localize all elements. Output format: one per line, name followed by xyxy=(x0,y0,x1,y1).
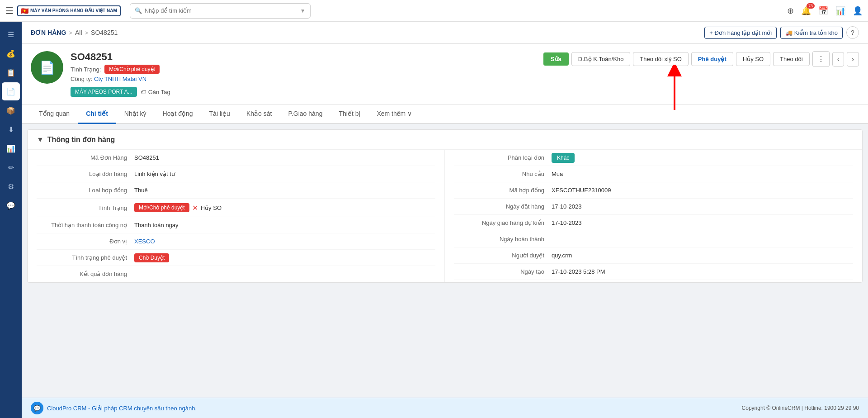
nav-icons: ⊕ 🔔 73 📅 📊 👤 xyxy=(787,6,863,16)
don-vi-link[interactable]: XESCO xyxy=(134,238,155,245)
huy-so-label: Hủy SO xyxy=(201,204,222,211)
btn-next[interactable]: › xyxy=(847,52,859,66)
value-loai-hop-dong: Thuê xyxy=(134,187,435,194)
status-label: Tình Trạng: xyxy=(71,66,101,73)
value-ngay-giao-hang: 17-10-2023 xyxy=(552,219,853,226)
section-header: ▼ Thông tin đơn hàng xyxy=(28,130,862,150)
form-grid: Mã Đơn Hàng SO48251 Loại đơn hàng Linh k… xyxy=(28,150,862,282)
section-thong-tin-don-hang: ▼ Thông tin đơn hàng Mã Đơn Hàng SO48251… xyxy=(27,129,863,283)
btn-more[interactable]: ⋮ xyxy=(812,51,830,67)
breadcrumb-bar: ĐƠN HÀNG > All > SO48251 + Đơn hàng lập … xyxy=(22,22,868,44)
action-area: Sửa Đ.Bộ K.Toán/Kho Theo dõi xlý SO Phê … xyxy=(543,51,859,67)
search-input[interactable] xyxy=(145,7,297,14)
record-left: 📄 SO48251 Tình Trạng: Mới/Chờ phê duyệt … xyxy=(31,51,170,97)
btn-prev[interactable]: ‹ xyxy=(832,52,844,66)
sidebar-item-menu[interactable]: ☰ xyxy=(2,25,20,43)
record-info: SO48251 Tình Trạng: Mới/Chờ phê duyệt Cô… xyxy=(71,51,170,97)
label-thoi-han-tt: Thời hạn thanh toán công nợ xyxy=(37,222,127,228)
form-row-nhu-cau: Nhu cầu Mua xyxy=(454,166,853,182)
form-row-ket-qua: Kết quả đơn hàng xyxy=(37,266,435,282)
btn-help[interactable]: ? xyxy=(846,26,859,39)
btn-theo-doi[interactable]: Theo dõi xyxy=(773,52,810,66)
sidebar-item-chart[interactable]: 📊 xyxy=(2,139,20,157)
form-col-left: Mã Đơn Hàng SO48251 Loại đơn hàng Linh k… xyxy=(28,150,445,282)
user-icon[interactable]: 👤 xyxy=(853,6,863,16)
btn-lap-dat-moi[interactable]: + Đơn hàng lập đặt mới xyxy=(704,27,777,39)
btn-huy-so[interactable]: Hủy SO xyxy=(736,52,770,66)
avatar: 📄 xyxy=(31,51,63,84)
breadcrumb-all[interactable]: All xyxy=(75,29,82,36)
tab-xem-them[interactable]: Xem thêm ∨ xyxy=(368,104,420,124)
record-company: Công ty: Cty TNHH Matai VN xyxy=(71,76,170,82)
form-row-don-vi: Đơn vị XESCO xyxy=(37,233,435,250)
avatar-icon: 📄 xyxy=(39,60,55,75)
sidebar-item-box[interactable]: 📦 xyxy=(2,101,20,119)
label-ket-qua: Kết quả đơn hàng xyxy=(37,271,127,277)
add-icon[interactable]: ⊕ xyxy=(787,6,794,16)
value-ma-hop-dong: XESCOTHUE2310009 xyxy=(552,187,853,194)
record-tag-row: MÁY APEOS PORT A... 🏷 Gán Tag xyxy=(71,87,170,97)
tab-p-giao-hang[interactable]: P.Giao hàng xyxy=(280,104,330,124)
search-bar[interactable]: 🔍 ▼ xyxy=(130,3,311,19)
form-row-ma-don-hang: Mã Đơn Hàng SO48251 xyxy=(37,150,435,166)
cancel-icon[interactable]: ✕ xyxy=(192,204,198,212)
tab-hoat-dong[interactable]: Hoạt động xyxy=(155,104,201,124)
sidebar-item-settings[interactable]: ⚙ xyxy=(2,177,20,195)
sidebar-item-list[interactable]: 📋 xyxy=(2,63,20,81)
hamburger-icon[interactable]: ☰ xyxy=(5,5,14,16)
sidebar-item-chat[interactable]: 💬 xyxy=(2,196,20,214)
company-label: Công ty: xyxy=(71,76,92,82)
tab-thiet-bi[interactable]: Thiết bị xyxy=(330,104,368,124)
tab-khao-sat[interactable]: Khảo sát xyxy=(238,104,280,124)
label-ngay-tao: Ngày tạo xyxy=(454,268,544,275)
sidebar-item-edit[interactable]: ✏ xyxy=(2,158,20,176)
tab-tong-quan[interactable]: Tổng quan xyxy=(31,104,78,124)
gan-tag-button[interactable]: 🏷 Gán Tag xyxy=(141,89,170,95)
form-row-thoi-han-tt: Thời hạn thanh toán công nợ Thanh toán n… xyxy=(37,217,435,233)
tab-chi-tiet[interactable]: Chi tiết xyxy=(78,104,116,124)
top-navbar: ☰ 🇻🇳 MÁY VĂN PHÒNG HÀNG ĐẦU VIỆT NAM 🔍 ▼… xyxy=(0,0,868,22)
sidebar-item-download[interactable]: ⬇ xyxy=(2,120,20,138)
form-row-ma-hop-dong: Mã hợp đồng XESCOTHUE2310009 xyxy=(454,182,853,199)
label-loai-don-hang: Loại đơn hàng xyxy=(37,171,127,177)
collapse-icon[interactable]: ▼ xyxy=(37,136,44,144)
form-row-ngay-giao-hang: Ngày giao hàng dự kiến 17-10-2023 xyxy=(454,215,853,231)
tab-nhat-ky[interactable]: Nhật ký xyxy=(116,104,155,124)
tab-tai-lieu[interactable]: Tài liệu xyxy=(201,104,238,124)
form-row-tinh-trang: Tình Trạng Mới/Chờ phê duyệt ✕ Hủy SO xyxy=(37,199,435,217)
breadcrumb-root: ĐƠN HÀNG xyxy=(31,29,66,36)
btn-sua[interactable]: Sửa xyxy=(543,52,569,66)
form-row-ngay-hoan-thanh: Ngày hoàn thành xyxy=(454,231,853,247)
btn-d-bo-k-toan[interactable]: Đ.Bộ K.Toán/Kho xyxy=(571,52,631,66)
btn-phe-duyet[interactable]: Phê duyệt xyxy=(691,52,733,66)
notification-badge: 73 xyxy=(807,3,815,9)
tabs-bar: Tổng quan Chi tiết Nhật ký Hoạt động Tài… xyxy=(22,104,868,124)
search-icon: 🔍 xyxy=(135,7,142,14)
sidebar-item-money[interactable]: 💰 xyxy=(2,44,20,62)
btn-theo-doi-xy-so[interactable]: Theo dõi xlý SO xyxy=(633,52,689,66)
value-ngay-tao: 17-10-2023 5:28 PM xyxy=(552,268,853,275)
cho-duyet-badge: Chờ Duyệt xyxy=(134,253,169,262)
value-loai-don-hang: Linh kiện vật tư xyxy=(134,171,435,177)
breadcrumb-sep2: > xyxy=(85,29,89,36)
chart-icon[interactable]: 📊 xyxy=(835,6,845,16)
calendar-icon[interactable]: 📅 xyxy=(818,6,828,16)
label-ma-hop-dong: Mã hợp đồng xyxy=(454,187,544,194)
notification-icon[interactable]: 🔔 73 xyxy=(801,6,811,16)
main-content: ĐƠN HÀNG > All > SO48251 + Đơn hàng lập … xyxy=(22,22,868,315)
btn-kiem-tra-ton-kho[interactable]: 🚚 Kiểm tra tồn kho xyxy=(780,27,843,39)
value-tinh-trang: Mới/Chờ phê duyệt ✕ Hủy SO xyxy=(134,203,435,212)
company-link[interactable]: Cty TNHH Matai VN xyxy=(94,76,146,82)
status-badge: Mới/Chờ phê duyệt xyxy=(104,65,160,74)
value-tinh-trang-phe-duyet: Chờ Duyệt xyxy=(134,254,435,261)
label-loai-hop-dong: Loại hợp đồng xyxy=(37,187,127,194)
form-row-phan-loai-don: Phân loại đơn Khác xyxy=(454,150,853,166)
label-ngay-dat-hang: Ngày đặt hàng xyxy=(454,203,544,210)
tag-button[interactable]: MÁY APEOS PORT A... xyxy=(71,87,137,97)
form-row-ngay-tao: Ngày tạo 17-10-2023 5:28 PM xyxy=(454,264,853,280)
label-nhu-cau: Nhu cầu xyxy=(454,171,544,177)
breadcrumb-sep1: > xyxy=(69,29,72,36)
logo-text: MÁY VĂN PHÒNG HÀNG ĐẦU VIỆT NAM xyxy=(30,8,117,13)
form-col-right: Phân loại đơn Khác Nhu cầu Mua Mã hợp đồ… xyxy=(445,150,862,282)
sidebar-item-document[interactable]: 📄 xyxy=(2,82,20,100)
